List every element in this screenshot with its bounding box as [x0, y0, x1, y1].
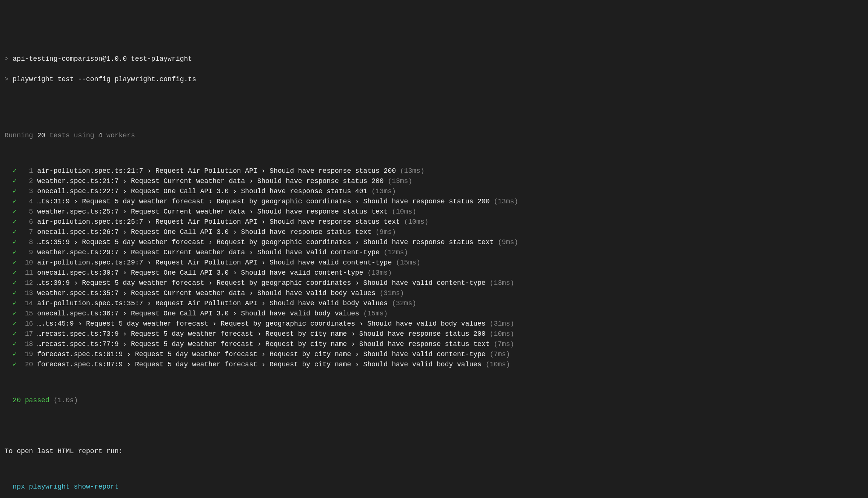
test-duration: (7ms)	[489, 340, 514, 348]
command-text: api-testing-comparison@1.0.0 test-playwr…	[13, 55, 192, 63]
test-description: air-pollution.spec.ts:25:7 › Request Air…	[37, 218, 400, 226]
test-result-row: ✓ 4 …ts:31:9 › Request 5 day weather for…	[5, 197, 863, 207]
test-duration: (13ms)	[486, 279, 514, 287]
report-hint: To open last HTML report run:	[5, 446, 863, 456]
check-icon: ✓	[13, 167, 17, 175]
check-icon: ✓	[13, 320, 17, 327]
test-result-row: ✓ 7 onecall.spec.ts:26:7 › Request One C…	[5, 227, 863, 237]
test-result-row: ✓ 14 air-pollution.spec.ts:35:7 › Reques…	[5, 298, 863, 309]
test-index: 3	[17, 188, 37, 195]
test-description: weather.spec.ts:35:7 › Request Current w…	[37, 289, 376, 297]
check-icon: ✓	[13, 259, 17, 266]
test-results-list: ✓ 1 air-pollution.spec.ts:21:7 › Request…	[5, 166, 863, 370]
test-index: 8	[17, 238, 37, 246]
running-suffix: workers	[102, 132, 135, 139]
test-index: 6	[17, 218, 37, 226]
test-description: …recast.spec.ts:77:9 › Request 5 day wea…	[37, 340, 489, 348]
check-icon: ✓	[13, 361, 17, 368]
test-description: ….ts:45:9 › Request 5 day weather foreca…	[37, 320, 485, 327]
test-duration: (15ms)	[392, 259, 420, 266]
test-result-row: ✓ 18 …recast.spec.ts:77:9 › Request 5 da…	[5, 339, 863, 349]
test-result-row: ✓ 12 …ts:39:9 › Request 5 day weather fo…	[5, 278, 863, 288]
test-duration: (10ms)	[482, 361, 510, 368]
test-result-row: ✓ 6 air-pollution.spec.ts:25:7 › Request…	[5, 217, 863, 227]
test-duration: (7ms)	[486, 350, 510, 358]
test-index: 5	[17, 208, 37, 215]
test-description: …recast.spec.ts:73:9 › Request 5 day wea…	[37, 330, 485, 338]
test-description: …ts:31:9 › Request 5 day weather forecas…	[37, 198, 489, 205]
check-icon: ✓	[13, 249, 17, 256]
test-duration: (10ms)	[400, 218, 429, 226]
test-result-row: ✓ 16 ….ts:45:9 › Request 5 day weather f…	[5, 319, 863, 329]
passed-count: 20 passed	[13, 397, 49, 404]
check-icon: ✓	[13, 330, 17, 338]
test-result-row: ✓ 19 forecast.spec.ts:81:9 › Request 5 d…	[5, 349, 863, 360]
test-description: air-pollution.spec.ts:29:7 › Request Air…	[37, 259, 392, 266]
test-description: onecall.spec.ts:36:7 › Request One Call …	[37, 310, 359, 317]
test-duration: (31ms)	[486, 320, 514, 327]
prompt-symbol: >	[5, 75, 13, 83]
test-description: weather.spec.ts:21:7 › Request Current w…	[37, 177, 383, 185]
test-duration: (10ms)	[486, 330, 514, 338]
prompt-symbol: >	[5, 55, 13, 63]
check-icon: ✓	[13, 289, 17, 297]
test-duration: (13ms)	[363, 269, 392, 277]
check-icon: ✓	[13, 279, 17, 287]
test-description: forecast.spec.ts:87:9 › Request 5 day we…	[37, 361, 481, 368]
test-index: 14	[17, 300, 37, 307]
test-index: 1	[17, 167, 37, 175]
test-description: onecall.spec.ts:26:7 › Request One Call …	[37, 228, 371, 236]
running-summary: Running 20 tests using 4 workers	[5, 131, 863, 141]
test-index: 7	[17, 228, 37, 236]
test-description: weather.spec.ts:25:7 › Request Current w…	[37, 208, 388, 215]
check-icon: ✓	[13, 269, 17, 277]
test-index: 19	[17, 350, 37, 358]
total-time: (1.0s)	[54, 397, 78, 404]
test-duration: (13ms)	[489, 198, 518, 205]
test-index: 9	[17, 249, 37, 256]
test-description: forecast.spec.ts:81:9 › Request 5 day we…	[37, 350, 485, 358]
test-duration: (9ms)	[494, 238, 518, 246]
check-icon: ✓	[13, 208, 17, 215]
check-icon: ✓	[13, 300, 17, 307]
test-duration: (9ms)	[371, 228, 396, 236]
check-icon: ✓	[13, 198, 17, 205]
test-duration: (10ms)	[388, 208, 416, 215]
test-duration: (12ms)	[380, 249, 408, 256]
test-description: onecall.spec.ts:22:7 › Request One Call …	[37, 188, 367, 195]
test-description: weather.spec.ts:29:7 › Request Current w…	[37, 249, 379, 256]
test-index: 16	[17, 320, 37, 327]
running-prefix: Running	[5, 132, 37, 139]
test-result-row: ✓ 10 air-pollution.spec.ts:29:7 › Reques…	[5, 258, 863, 268]
check-icon: ✓	[13, 340, 17, 348]
test-count: 20	[37, 132, 45, 139]
summary-line: 20 passed (1.0s)	[5, 395, 863, 406]
check-icon: ✓	[13, 238, 17, 246]
test-result-row: ✓ 5 weather.spec.ts:25:7 › Request Curre…	[5, 207, 863, 217]
test-index: 20	[17, 361, 37, 368]
test-index: 18	[17, 340, 37, 348]
test-result-row: ✓ 1 air-pollution.spec.ts:21:7 › Request…	[5, 166, 863, 176]
test-duration: (31ms)	[376, 289, 404, 297]
test-description: …ts:35:9 › Request 5 day weather forecas…	[37, 238, 494, 246]
test-duration: (13ms)	[367, 188, 396, 195]
test-duration: (15ms)	[359, 310, 388, 317]
check-icon: ✓	[13, 177, 17, 185]
test-description: …ts:39:9 › Request 5 day weather forecas…	[37, 279, 485, 287]
test-index: 10	[17, 259, 37, 266]
test-description: air-pollution.spec.ts:21:7 › Request Air…	[37, 167, 396, 175]
test-description: onecall.spec.ts:30:7 › Request One Call …	[37, 269, 363, 277]
test-index: 2	[17, 177, 37, 185]
report-command: npx playwright show-report	[5, 482, 863, 492]
check-icon: ✓	[13, 310, 17, 317]
worker-count: 4	[98, 132, 102, 139]
test-result-row: ✓ 15 onecall.spec.ts:36:7 › Request One …	[5, 309, 863, 319]
terminal-output[interactable]: > api-testing-comparison@1.0.0 test-play…	[5, 44, 863, 498]
test-result-row: ✓ 11 onecall.spec.ts:30:7 › Request One …	[5, 268, 863, 278]
command-line-1: > api-testing-comparison@1.0.0 test-play…	[5, 54, 863, 64]
check-icon: ✓	[13, 188, 17, 195]
test-duration: (32ms)	[388, 300, 416, 307]
test-result-row: ✓ 17 …recast.spec.ts:73:9 › Request 5 da…	[5, 329, 863, 339]
check-icon: ✓	[13, 350, 17, 358]
test-result-row: ✓ 20 forecast.spec.ts:87:9 › Request 5 d…	[5, 360, 863, 370]
